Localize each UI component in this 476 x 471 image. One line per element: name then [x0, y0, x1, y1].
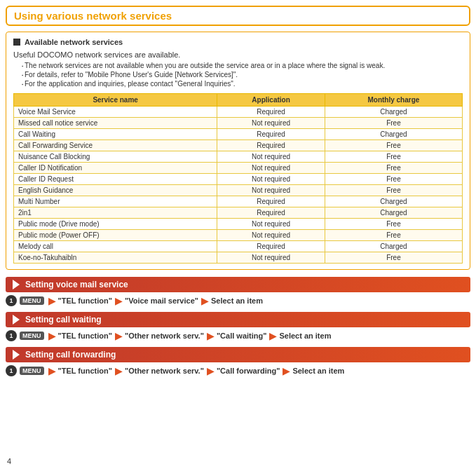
application-cell: Required — [217, 196, 325, 207]
service-name-cell: Nuisance Call Blocking — [14, 151, 217, 163]
application-cell: Required — [217, 207, 325, 219]
black-square-icon — [13, 39, 20, 46]
application-cell: Required — [217, 129, 325, 140]
bullet-item: For the application and inquiries, pleas… — [19, 80, 463, 88]
banner-triangle-icon — [13, 315, 20, 325]
application-cell: Not required — [217, 252, 325, 264]
step-item: "Other network serv." — [125, 332, 204, 340]
charge-cell: Free — [325, 118, 462, 129]
step-row-voice_mail: 1MENU▶"TEL function"▶"Voice mail service… — [6, 295, 470, 306]
charge-cell: Charged — [325, 196, 462, 207]
service-name-cell: Public mode (Drive mode) — [14, 219, 217, 230]
table-row: English GuidanceNot requiredFree — [14, 185, 463, 196]
table-row: Koe-no-TakuhaiblnNot requiredFree — [14, 252, 463, 264]
table-row: Public mode (Drive mode)Not requiredFree — [14, 219, 463, 230]
intro-text: Useful DOCOMO network services are avail… — [13, 50, 463, 59]
page-number: 4 — [7, 457, 11, 465]
charge-cell: Free — [325, 140, 462, 151]
arrow-icon: ▶ — [48, 366, 55, 376]
application-cell: Not required — [217, 174, 325, 185]
banner-triangle-icon — [13, 350, 20, 360]
table-row: Public mode (Power OFF)Not requiredFree — [14, 230, 463, 241]
table-row: Multi NumberRequiredCharged — [14, 196, 463, 207]
col-header-service: Service name — [14, 94, 217, 107]
available-header-text: Available network services — [25, 38, 123, 46]
arrow-icon: ▶ — [207, 331, 214, 341]
step-item: Select an item — [211, 296, 263, 305]
application-cell: Not required — [217, 118, 325, 129]
service-name-cell: Call Forwarding Service — [14, 140, 217, 151]
step-item: "TEL function" — [58, 332, 112, 340]
application-cell: Required — [217, 241, 325, 252]
table-row: Voice Mail ServiceRequiredCharged — [14, 107, 463, 118]
step-item: "Call waiting" — [217, 332, 267, 340]
available-header: Available network services — [13, 38, 463, 46]
service-name-cell: English Guidance — [14, 185, 217, 196]
charge-cell: Charged — [325, 129, 462, 140]
charge-cell: Charged — [325, 207, 462, 219]
arrow-icon: ▶ — [48, 296, 55, 306]
application-cell: Not required — [217, 185, 325, 196]
banner-label: Setting voice mail service — [25, 280, 128, 289]
step-item: "Voice mail service" — [125, 296, 198, 305]
charge-cell: Free — [325, 163, 462, 174]
table-row: Nuisance Call BlockingNot requiredFree — [14, 151, 463, 163]
banner-call_waiting: Setting call waiting — [6, 312, 470, 327]
charge-cell: Free — [325, 252, 462, 264]
content-area: Available network services Useful DOCOMO… — [6, 32, 470, 270]
charge-cell: Charged — [325, 107, 462, 118]
main-title-box: Using various network services — [6, 6, 470, 26]
service-name-cell: Call Waiting — [14, 129, 217, 140]
arrow-icon: ▶ — [115, 331, 122, 341]
charge-cell: Free — [325, 151, 462, 163]
charge-cell: Charged — [325, 241, 462, 252]
service-name-cell: Caller ID Notification — [14, 163, 217, 174]
application-cell: Not required — [217, 230, 325, 241]
service-name-cell: Caller ID Request — [14, 174, 217, 185]
step-row-call_forwarding: 1MENU▶"TEL function"▶"Other network serv… — [6, 365, 470, 376]
service-name-cell: Public mode (Power OFF) — [14, 230, 217, 241]
arrow-icon: ▶ — [115, 366, 122, 376]
bullet-item: For details, refer to "Mobile Phone User… — [19, 71, 463, 78]
charge-cell: Free — [325, 185, 462, 196]
banner-label: Setting call waiting — [25, 315, 102, 325]
table-row: Caller ID NotificationNot requiredFree — [14, 163, 463, 174]
banner-voice_mail: Setting voice mail service — [6, 277, 470, 292]
arrow-icon: ▶ — [48, 331, 55, 341]
table-row: Melody callRequiredCharged — [14, 241, 463, 252]
banner-triangle-icon — [13, 280, 20, 289]
step-item: Select an item — [292, 367, 344, 375]
bullet-item: The network services are not available w… — [19, 62, 463, 69]
service-name-cell: Koe-no-Takuhaibln — [14, 252, 217, 264]
arrow-icon: ▶ — [115, 296, 122, 306]
arrow-icon: ▶ — [207, 366, 214, 376]
bullet-list: The network services are not available w… — [13, 62, 463, 88]
table-row: Caller ID RequestNot requiredFree — [14, 174, 463, 185]
service-name-cell: Missed call notice service — [14, 118, 217, 129]
services-table: Service name Application Monthly charge … — [13, 93, 463, 264]
arrow-icon: ▶ — [269, 331, 276, 341]
col-header-charge: Monthly charge — [325, 94, 462, 107]
menu-key: MENU — [20, 296, 44, 305]
charge-cell: Free — [325, 230, 462, 241]
table-row: 2in1RequiredCharged — [14, 207, 463, 219]
step-number: 1 — [6, 330, 17, 341]
service-name-cell: Voice Mail Service — [14, 107, 217, 118]
step-row-call_waiting: 1MENU▶"TEL function"▶"Other network serv… — [6, 330, 470, 341]
application-cell: Required — [217, 107, 325, 118]
application-cell: Required — [217, 140, 325, 151]
main-title: Using various network services — [14, 10, 172, 22]
menu-key: MENU — [20, 367, 44, 375]
step-number: 1 — [6, 295, 17, 306]
step-item: "TEL function" — [58, 367, 112, 375]
step-item: "Other network serv." — [125, 367, 204, 375]
charge-cell: Free — [325, 219, 462, 230]
table-row: Missed call notice serviceNot requiredFr… — [14, 118, 463, 129]
step-item: "Call forwarding" — [217, 367, 280, 375]
application-cell: Not required — [217, 163, 325, 174]
step-item: Select an item — [279, 332, 331, 340]
arrow-icon: ▶ — [283, 366, 290, 376]
charge-cell: Free — [325, 174, 462, 185]
application-cell: Not required — [217, 151, 325, 163]
menu-key: MENU — [20, 332, 44, 340]
